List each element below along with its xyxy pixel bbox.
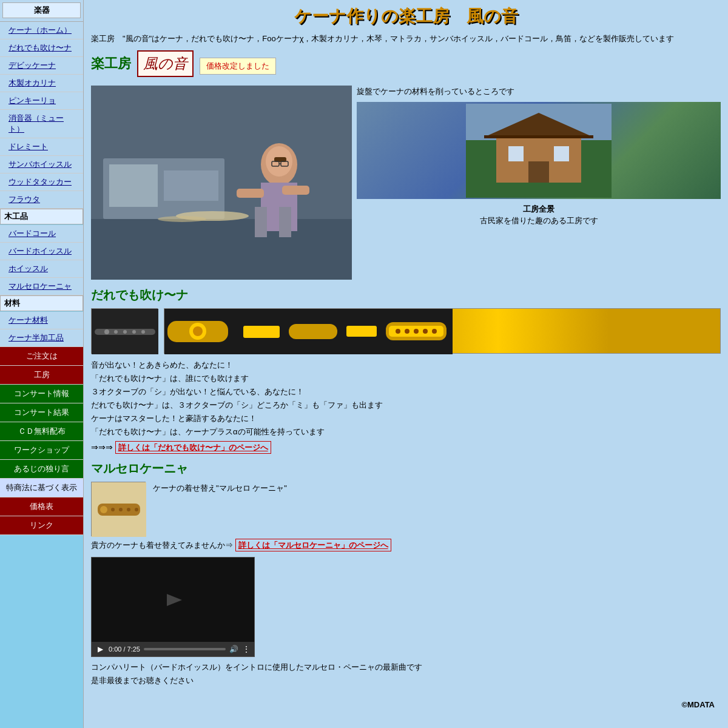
video-controls: ▶ 0:00 / 7:25 🔊 ⋮	[92, 642, 254, 656]
copyright: ©MDATA	[91, 700, 721, 709]
sidebar-item-marcelo[interactable]: マルセロケーニャ	[0, 278, 83, 295]
sidebar-item-legal[interactable]: 特商法に基づく表示	[0, 479, 83, 497]
lathe-desc: 旋盤でケーナの材料を削っているところです	[357, 86, 721, 98]
dare-flute-large-svg	[164, 309, 453, 354]
workshop-svg	[91, 86, 352, 280]
marucello-row: ケーナの着せ替え"マルセロ ケーニャ"	[91, 482, 721, 536]
dare-link-row: ⇒⇒⇒ 詳しくは「だれでも吹け〜ナ」のページへ	[91, 442, 721, 453]
intro-text: 楽工房 "風の音"はケーナ，だれでも吹け〜ナ，Fooケーナχ，木製オカリナ，木琴…	[91, 33, 721, 46]
svg-rect-7	[255, 207, 267, 237]
sidebar-item-cd-free[interactable]: ＣＤ無料配布	[0, 422, 83, 441]
sidebar-section-gakki: 楽器	[2, 2, 81, 18]
dare-section	[91, 308, 721, 354]
dare-photo-small	[91, 308, 158, 354]
top-section: 旋盤でケーナの材料を削っているところです	[91, 86, 721, 280]
dare-page-link[interactable]: 詳しくは「だれでも吹け〜ナ」のページへ	[115, 441, 271, 454]
progress-bar[interactable]	[144, 648, 226, 650]
rakukobo-label: 楽工房	[91, 55, 131, 73]
sidebar-item-concert-result[interactable]: コンサート結果	[0, 403, 83, 422]
svg-rect-10	[282, 186, 309, 195]
marucello-desc2-row: 貴方のケーナも着せ替えてみませんか⇒ 詳しくは「マルセロケーニャ」のページへ	[91, 540, 721, 551]
svg-rect-25	[528, 161, 549, 183]
sidebar-item-kena-material[interactable]: ケーナ材料	[0, 312, 83, 329]
svg-point-44	[405, 329, 410, 334]
volume-icon[interactable]: 🔊	[229, 645, 238, 653]
svg-point-54	[135, 508, 138, 511]
marucello-photo	[91, 482, 146, 536]
sidebar-item-doremit[interactable]: ドレミート	[0, 138, 83, 156]
top-left	[91, 86, 352, 280]
svg-point-17	[158, 216, 206, 222]
sidebar-item-price[interactable]: 価格表	[0, 497, 83, 516]
svg-point-30	[114, 330, 118, 334]
svg-point-32	[132, 330, 136, 334]
sidebar-item-workshop[interactable]: ワークショップ	[0, 441, 83, 460]
marucello-desc2: 貴方のケーナも着せ替えてみませんか⇒	[91, 541, 233, 550]
sidebar-item-concert-info[interactable]: コンサート情報	[0, 385, 83, 403]
sidebar-item-flauta[interactable]: フラウタ	[0, 191, 83, 209]
sidebar-item-kena-semi[interactable]: ケーナ半加工品	[0, 329, 83, 347]
svg-point-47	[432, 329, 437, 334]
svg-point-31	[123, 330, 127, 334]
dare-text: 音が出ない！とあきらめた、あなたに！ 「だれでも吹け〜ナ」は、誰にでも吹けます …	[91, 359, 721, 439]
sidebar-item-kena-home[interactable]: ケーナ（ホーム）	[0, 22, 83, 39]
sidebar-item-birdwhistle[interactable]: バードホイッスル	[0, 243, 83, 260]
svg-rect-39	[289, 324, 337, 339]
sidebar-item-samba[interactable]: サンバホイッスル	[0, 156, 83, 174]
sidebar-top: 楽器	[0, 0, 83, 22]
svg-point-52	[119, 508, 123, 511]
sidebar-item-birdcall[interactable]: バードコール	[0, 225, 83, 243]
marucello-section: ケーナの着せ替え"マルセロ ケーニャ" 貴方のケーナも着せ替えてみませんか⇒ 詳…	[91, 482, 721, 551]
svg-point-46	[423, 329, 428, 334]
more-icon[interactable]: ⋮	[242, 644, 251, 654]
svg-point-37	[193, 326, 203, 336]
time-display: 0:00 / 7:25	[109, 645, 140, 653]
svg-point-43	[396, 329, 400, 334]
dare-flute-small-svg	[92, 309, 158, 354]
video-player: ▶ 0:00 / 7:25 🔊 ⋮	[91, 557, 255, 657]
marucello-section-title: マルセロケーニャ	[91, 460, 721, 477]
bottom-text1: コンパハリート（バードホイッスル）をイントロに使用したマルセロ・ペーニャの最新曲…	[91, 662, 422, 672]
svg-rect-1	[91, 219, 352, 280]
workshop-photo-inner	[91, 86, 352, 280]
svg-point-45	[414, 329, 419, 334]
sidebar-item-order[interactable]: ご注文は	[0, 347, 83, 366]
price-notice: 価格改定しました	[200, 58, 276, 75]
marucello-desc1: ケーナの着せ替え"マルセロ ケーニャ"	[153, 484, 287, 493]
sidebar-item-mute[interactable]: 消音器（ミュート）	[0, 110, 83, 138]
svg-rect-3	[109, 164, 158, 207]
sidebar-item-pinkillo[interactable]: ピンキーリョ	[0, 92, 83, 110]
sidebar-item-ocarina[interactable]: 木製オカリナ	[0, 75, 83, 92]
sidebar-section-zairyo: 材料	[0, 295, 83, 311]
sidebar-item-whistle[interactable]: ホイッスル	[0, 260, 83, 278]
play-button[interactable]: ▶	[95, 644, 105, 654]
video-placeholder-icon	[161, 591, 185, 609]
svg-rect-23	[508, 146, 524, 161]
sidebar-item-monologue[interactable]: あるじの独り言	[0, 460, 83, 479]
kobo-photo	[357, 102, 721, 199]
svg-rect-24	[554, 146, 569, 161]
svg-rect-40	[346, 326, 377, 337]
marucello-page-link[interactable]: 詳しくは「マルセロケーニャ」のページへ	[235, 539, 391, 551]
svg-marker-55	[167, 594, 182, 606]
sidebar-item-dare[interactable]: だれでも吹け〜ナ	[0, 39, 83, 57]
sidebar-item-woodtapper[interactable]: ウッドタタッカー	[0, 174, 83, 191]
house-desc-area: 工房全景 古民家を借りた趣のある工房です	[357, 204, 721, 227]
sidebar-item-kobo[interactable]: 工房	[0, 366, 83, 385]
bottom-text: コンパハリート（バードホイッスル）をイントロに使用したマルセロ・ペーニャの最新曲…	[91, 661, 721, 687]
sidebar-item-link[interactable]: リンク	[0, 516, 83, 535]
dare-arrow: ⇒⇒⇒	[91, 442, 113, 452]
kaze-logo: 風の音	[137, 50, 194, 77]
workshop-photo	[91, 86, 352, 280]
svg-point-33	[141, 330, 145, 334]
marucello-svg	[92, 482, 146, 537]
page-title-area: ケーナ作りの楽工房 風の音	[91, 5, 721, 28]
svg-rect-38	[243, 326, 280, 338]
dare-photo-large	[164, 308, 721, 354]
sidebar-item-debikena[interactable]: デビッケーナ	[0, 57, 83, 75]
video-area	[92, 558, 254, 642]
svg-point-51	[111, 508, 115, 511]
sidebar-section-mokkou: 木工品	[0, 209, 83, 224]
house-desc-text: 古民家を借りた趣のある工房です	[357, 215, 721, 227]
svg-point-53	[127, 508, 130, 511]
